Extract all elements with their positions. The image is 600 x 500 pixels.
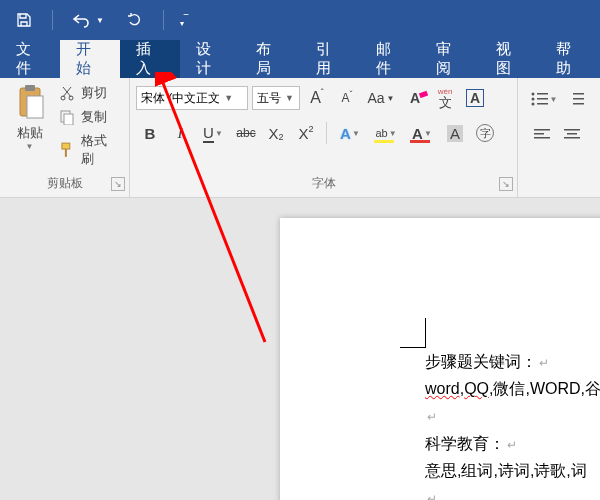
- svg-rect-19: [534, 129, 550, 131]
- svg-rect-9: [419, 91, 428, 98]
- svg-point-10: [531, 93, 534, 96]
- subscript-button[interactable]: X2: [262, 120, 290, 146]
- svg-rect-7: [62, 143, 70, 149]
- redo-button[interactable]: [121, 6, 149, 34]
- font-name-value: 宋体 (中文正文: [141, 90, 220, 107]
- underline-button[interactable]: U▼: [196, 120, 230, 146]
- shrink-font-button[interactable]: Aˇ: [334, 86, 360, 110]
- text-line: 科学教育：↵: [425, 430, 600, 457]
- bullets-button[interactable]: ▼: [528, 86, 560, 112]
- document-page[interactable]: 步骤题关键词：↵ word,QQ,微信,WORD,谷 ↵ 科学教育：↵ 意思,组…: [280, 218, 600, 500]
- tab-design[interactable]: 设计: [180, 40, 240, 78]
- tab-mailings[interactable]: 邮件: [360, 40, 420, 78]
- svg-point-14: [531, 103, 534, 106]
- tab-insert[interactable]: 插入: [120, 40, 180, 78]
- text-line: ↵: [425, 484, 600, 500]
- tab-home[interactable]: 开始: [60, 40, 120, 78]
- text-effects-button[interactable]: A▼: [333, 120, 367, 146]
- cut-button[interactable]: 剪切: [59, 84, 119, 102]
- svg-rect-24: [564, 137, 580, 139]
- clipboard-launcher[interactable]: ↘: [111, 177, 125, 191]
- text-line: 步骤题关键词：↵: [425, 348, 600, 375]
- enclose-char-button[interactable]: 字: [471, 120, 499, 146]
- paste-label: 粘贴: [17, 124, 43, 142]
- font-size-value: 五号: [257, 90, 281, 107]
- copy-label: 复制: [81, 108, 107, 126]
- quick-access-toolbar: ▼ ‾▾: [0, 0, 600, 40]
- numbering-button[interactable]: [562, 86, 590, 112]
- svg-rect-22: [564, 129, 580, 131]
- tab-view[interactable]: 视图: [480, 40, 540, 78]
- tab-layout[interactable]: 布局: [240, 40, 300, 78]
- align-left-button[interactable]: [528, 122, 556, 148]
- svg-rect-2: [27, 96, 43, 118]
- group-label-paragraph: [518, 175, 600, 197]
- grow-font-button[interactable]: Aˆ: [304, 86, 330, 110]
- font-color-button[interactable]: A▼: [405, 120, 439, 146]
- text-cursor: [400, 318, 426, 348]
- document-area: 步骤题关键词：↵ word,QQ,微信,WORD,谷 ↵ 科学教育：↵ 意思,组…: [0, 198, 600, 500]
- font-name-combo[interactable]: 宋体 (中文正文▼: [136, 86, 248, 110]
- align-center-button[interactable]: [558, 122, 586, 148]
- group-font: 宋体 (中文正文▼ 五号▼ Aˆ Aˇ Aa▼ A wén文 A: [130, 78, 518, 197]
- customize-qat-button[interactable]: ‾▾: [178, 6, 198, 34]
- svg-rect-1: [25, 85, 35, 91]
- ribbon-tabs: 文件 开始 插入 设计 布局 引用 邮件 审阅 视图 帮助: [0, 40, 600, 78]
- highlight-button[interactable]: ab▼: [369, 120, 403, 146]
- group-label-font: 字体 ↘: [130, 175, 517, 197]
- svg-point-12: [531, 98, 534, 101]
- svg-rect-11: [537, 93, 548, 95]
- char-border-button[interactable]: A: [462, 86, 488, 110]
- text-line: word,QQ,微信,WORD,谷: [425, 375, 600, 402]
- svg-rect-15: [537, 103, 548, 105]
- italic-button[interactable]: I: [166, 120, 194, 146]
- paste-button[interactable]: 粘贴 ▼: [6, 82, 53, 151]
- tab-file[interactable]: 文件: [0, 40, 60, 78]
- tab-references[interactable]: 引用: [300, 40, 360, 78]
- svg-rect-6: [64, 114, 73, 125]
- separator: [163, 10, 164, 30]
- format-painter-label: 格式刷: [81, 132, 119, 168]
- svg-rect-18: [573, 103, 584, 105]
- phonetic-guide-button[interactable]: wén文: [432, 86, 458, 110]
- copy-button[interactable]: 复制: [59, 108, 119, 126]
- tab-help[interactable]: 帮助: [540, 40, 600, 78]
- font-launcher[interactable]: ↘: [499, 177, 513, 191]
- svg-rect-21: [534, 137, 550, 139]
- svg-rect-23: [567, 133, 577, 135]
- separator: [52, 10, 53, 30]
- ribbon: 粘贴 ▼ 剪切 复制 格式刷 剪贴板 ↘: [0, 78, 600, 198]
- char-shading-button[interactable]: A: [441, 120, 469, 146]
- change-case-button[interactable]: Aa▼: [364, 86, 398, 110]
- save-button[interactable]: [10, 6, 38, 34]
- format-painter-button[interactable]: 格式刷: [59, 132, 119, 168]
- group-label-clipboard: 剪贴板 ↘: [0, 175, 129, 197]
- group-clipboard: 粘贴 ▼ 剪切 复制 格式刷 剪贴板 ↘: [0, 78, 130, 197]
- superscript-button[interactable]: X2: [292, 120, 320, 146]
- strike-button[interactable]: abc: [232, 120, 260, 146]
- svg-rect-20: [534, 133, 544, 135]
- svg-rect-13: [537, 98, 548, 100]
- tab-review[interactable]: 审阅: [420, 40, 480, 78]
- group-paragraph: ▼: [518, 78, 600, 197]
- clear-format-button[interactable]: A: [402, 86, 428, 110]
- svg-rect-8: [65, 149, 67, 157]
- bold-button[interactable]: B: [136, 120, 164, 146]
- text-line: ↵: [425, 402, 600, 429]
- svg-rect-16: [573, 93, 584, 95]
- cut-label: 剪切: [81, 84, 107, 102]
- text-line: 意思,组词,诗词,诗歌,词: [425, 457, 600, 484]
- undo-button[interactable]: ▼: [67, 6, 107, 34]
- separator: [326, 122, 327, 144]
- svg-rect-17: [573, 98, 584, 100]
- font-size-combo[interactable]: 五号▼: [252, 86, 300, 110]
